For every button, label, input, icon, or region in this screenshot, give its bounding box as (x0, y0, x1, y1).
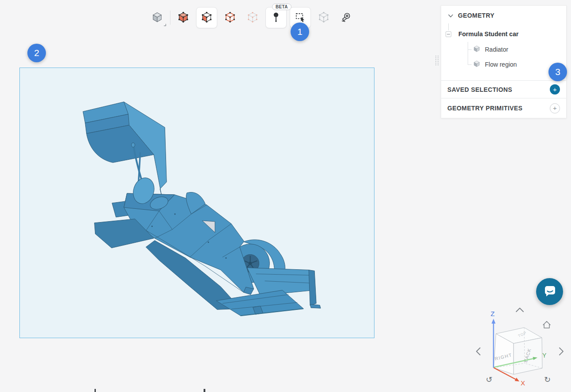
saved-selections-row[interactable]: SAVED SELECTIONS + (441, 81, 566, 98)
selection-toolbar: BETA (147, 6, 356, 29)
chat-bubble-icon (544, 285, 556, 298)
view-cube[interactable]: RIGHT BACK TOP (494, 328, 542, 374)
step-badge-2: 2 (27, 44, 46, 62)
home-view-button[interactable] (543, 321, 550, 328)
select-assembly-button[interactable] (314, 8, 333, 27)
add-geometry-primitive-button[interactable]: + (550, 103, 560, 113)
measure-button[interactable] (337, 8, 356, 27)
geometry-panel: GEOMETRY Formula Student car Radiator (441, 5, 567, 118)
roll-clockwise-button[interactable]: ↻ (544, 375, 551, 384)
collapse-minus-icon[interactable] (446, 31, 451, 37)
edge-cube-icon (224, 11, 236, 24)
geometry-section-title: GEOMETRY (458, 12, 495, 19)
bottom-cutoff-mark (204, 389, 205, 392)
volume-cube-icon (178, 11, 189, 24)
select-faces-button[interactable] (196, 7, 217, 28)
z-axis-label: Z (491, 310, 495, 317)
tree-item-label: Flow region (485, 61, 517, 68)
rear-wing[interactable] (83, 102, 166, 194)
chat-widget-button[interactable] (536, 278, 563, 305)
probe-pin-icon (270, 11, 282, 24)
step-badge-1: 1 (291, 23, 309, 41)
box-selection-region[interactable] (19, 68, 374, 338)
y-axis-label: Y (542, 352, 547, 359)
assembly-cube-icon (318, 11, 329, 24)
rotate-view-up-button[interactable] (516, 308, 523, 312)
geometry-primitives-title: GEOMETRY PRIMITIVES (447, 105, 522, 112)
tree-item-label: Radiator (485, 46, 508, 53)
tree-item-radiator[interactable]: Radiator (441, 42, 566, 57)
tree-item-formula-student-car[interactable]: Formula Student car (441, 28, 566, 40)
saved-selections-title: SAVED SELECTIONS (447, 86, 512, 93)
tree-connector (448, 23, 449, 30)
add-saved-selection-button[interactable]: + (550, 84, 560, 94)
select-body-button[interactable] (147, 8, 167, 27)
panel-resize-handle[interactable] (435, 56, 439, 65)
probe-point-button[interactable]: BETA (265, 7, 287, 28)
select-volumes-button[interactable] (174, 8, 193, 27)
rotate-view-right-button[interactable] (560, 348, 563, 355)
dropdown-corner-icon (164, 24, 166, 26)
rotate-view-left-button[interactable] (476, 348, 480, 355)
measure-tape-icon (340, 11, 352, 24)
beta-badge: BETA (272, 4, 291, 10)
bottom-cutoff-mark (95, 389, 96, 392)
step-badge-3: 3 (548, 63, 567, 81)
body-cube-icon (151, 11, 163, 24)
geometry-section-header[interactable]: GEOMETRY (441, 10, 566, 21)
tree-root-label: Formula Student car (458, 30, 518, 38)
tree-children: Radiator Flow region (441, 42, 566, 72)
select-vertices-button[interactable] (243, 8, 262, 27)
chevron-down-icon[interactable] (448, 11, 453, 19)
section-divider (441, 72, 566, 81)
cube-icon (473, 45, 480, 54)
cube-icon (473, 60, 480, 69)
tree-item-flow-region[interactable]: Flow region (441, 57, 566, 72)
formula-student-car-model[interactable] (20, 68, 374, 338)
toolbar-divider (170, 11, 170, 25)
select-edges-button[interactable] (220, 8, 240, 27)
vertex-cube-icon (247, 11, 258, 24)
x-axis-label: X (521, 379, 525, 387)
roll-counterclockwise-button[interactable]: ↺ (486, 375, 492, 384)
face-cube-icon (201, 11, 212, 24)
geometry-primitives-row[interactable]: GEOMETRY PRIMITIVES + (441, 98, 566, 118)
view-navigation-widget: RIGHT BACK TOP Y Z X ↺ ↻ (468, 304, 571, 392)
